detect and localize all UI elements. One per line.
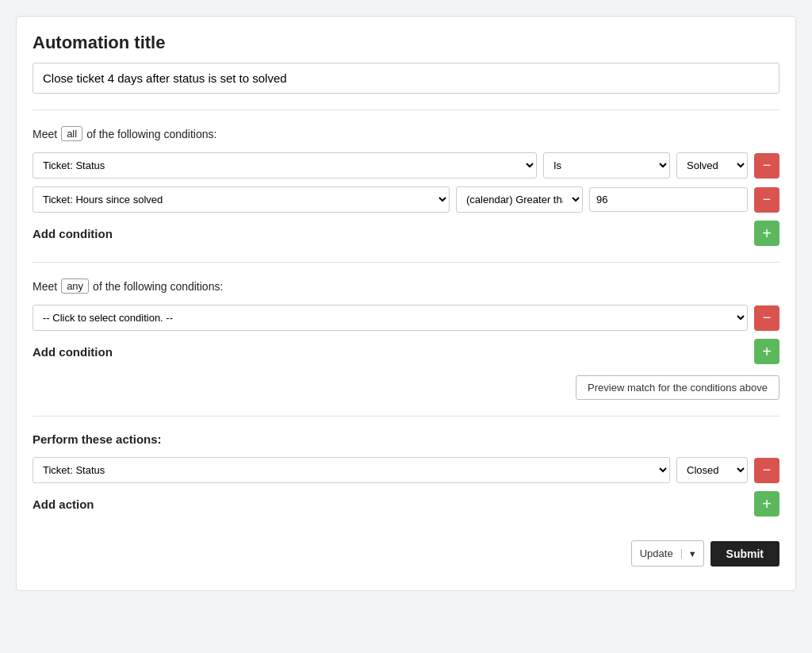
- action-1-remove-button[interactable]: −: [754, 458, 779, 483]
- all-add-condition-row: Add condition +: [33, 221, 779, 246]
- minus-icon-2: −: [763, 191, 772, 208]
- any-condition-1-field-select[interactable]: -- Click to select condition. -- Ticket:…: [33, 305, 748, 331]
- any-meet-badge: any: [61, 278, 89, 294]
- all-meet-prefix: Meet: [33, 128, 57, 140]
- all-condition-2-field-select[interactable]: Ticket: Hours since solved Ticket: Statu…: [33, 186, 450, 213]
- any-condition-1-remove-button[interactable]: −: [754, 305, 779, 331]
- any-add-condition-button[interactable]: +: [754, 339, 779, 364]
- any-add-condition-row: Add condition +: [33, 339, 779, 364]
- divider-2: [33, 262, 779, 263]
- all-meet-suffix: of the following conditions:: [86, 128, 216, 140]
- action-row-1: Ticket: Status Ticket: Priority Ticket: …: [33, 457, 779, 483]
- all-condition-1-field-select[interactable]: Ticket: Status Ticket: Hours since solve…: [33, 152, 537, 179]
- preview-section: Preview match for the conditions above: [33, 375, 779, 400]
- all-condition-1-operator-select[interactable]: Is Is not: [543, 152, 670, 179]
- all-conditions-section: Meet all of the following conditions: Ti…: [33, 126, 779, 246]
- action-1-value-select[interactable]: Closed Open Pending Solved: [676, 457, 748, 483]
- all-add-condition-button[interactable]: +: [754, 221, 779, 246]
- add-action-label: Add action: [33, 497, 94, 511]
- divider-3: [33, 416, 779, 417]
- update-button-label: Update: [632, 547, 681, 559]
- plus-icon-all: +: [762, 225, 772, 243]
- minus-icon-any-1: −: [763, 309, 772, 326]
- all-meet-badge: all: [61, 126, 82, 141]
- any-condition-row-1: -- Click to select condition. -- Ticket:…: [33, 305, 779, 331]
- perform-label: Perform these actions:: [33, 432, 779, 446]
- update-button[interactable]: Update ▼: [631, 540, 704, 567]
- all-add-condition-label: Add condition: [33, 227, 113, 240]
- all-condition-2-operator-select[interactable]: (calendar) Greater than (calendar) Less …: [456, 186, 583, 213]
- any-meet-suffix: of the following conditions:: [93, 280, 223, 293]
- plus-icon-action: +: [762, 495, 772, 513]
- actions-section: Perform these actions: Ticket: Status Ti…: [33, 432, 779, 517]
- all-condition-row-1: Ticket: Status Ticket: Hours since solve…: [33, 152, 779, 179]
- all-condition-2-remove-button[interactable]: −: [754, 187, 779, 213]
- footer-row: Update ▼ Submit: [33, 540, 779, 567]
- minus-icon-action-1: −: [763, 462, 772, 478]
- automation-title-input[interactable]: [33, 63, 779, 94]
- action-1-field-select[interactable]: Ticket: Status Ticket: Priority Ticket: …: [33, 457, 670, 483]
- page-container: Automation title Meet all of the followi…: [16, 16, 796, 591]
- minus-icon-1: −: [763, 157, 772, 174]
- any-add-condition-label: Add condition: [33, 345, 113, 359]
- automation-title-label: Automation title: [33, 33, 779, 53]
- all-condition-1-remove-button[interactable]: −: [754, 153, 779, 179]
- plus-icon-any: +: [762, 343, 772, 361]
- update-button-arrow: ▼: [681, 549, 703, 559]
- preview-match-button[interactable]: Preview match for the conditions above: [576, 375, 779, 400]
- all-conditions-meet-label: Meet all of the following conditions:: [33, 126, 779, 141]
- add-action-button[interactable]: +: [754, 491, 779, 517]
- any-conditions-meet-label: Meet any of the following conditions:: [33, 278, 779, 294]
- submit-button[interactable]: Submit: [710, 541, 779, 567]
- all-condition-2-value-input[interactable]: [589, 187, 748, 212]
- add-action-row: Add action +: [33, 491, 779, 517]
- divider-1: [33, 109, 779, 110]
- all-condition-row-2: Ticket: Hours since solved Ticket: Statu…: [33, 186, 779, 213]
- all-condition-1-value-select[interactable]: Solved Open Pending Closed: [676, 152, 748, 179]
- any-meet-prefix: Meet: [33, 280, 57, 293]
- any-conditions-section: Meet any of the following conditions: --…: [33, 278, 779, 400]
